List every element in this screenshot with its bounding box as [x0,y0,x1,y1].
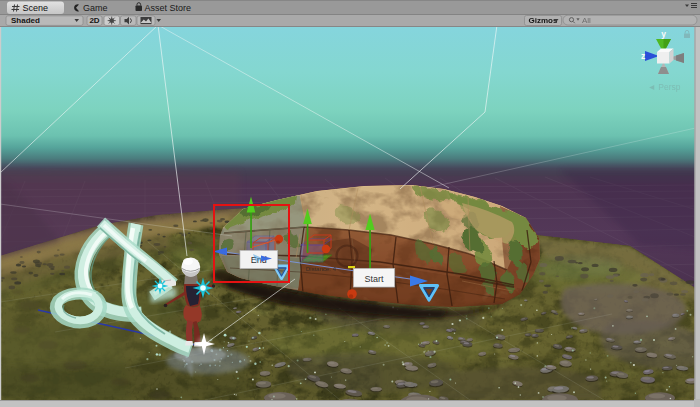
svg-text:Asset Store: Asset Store [145,3,192,13]
svg-text:Start: Start [364,274,384,284]
svg-text:◄ Persp: ◄ Persp [648,82,681,92]
svg-text:Game: Game [83,3,108,13]
svg-text:Scene: Scene [23,3,49,13]
svg-text:Distance: 4: Distance: 4 [306,266,337,272]
svg-text:z: z [641,51,645,61]
svg-text:2D: 2D [89,16,99,25]
svg-text:All: All [582,16,591,25]
svg-text:Shaded: Shaded [11,16,40,25]
svg-text:Gizmos: Gizmos [529,16,558,25]
svg-text:y: y [661,29,666,39]
